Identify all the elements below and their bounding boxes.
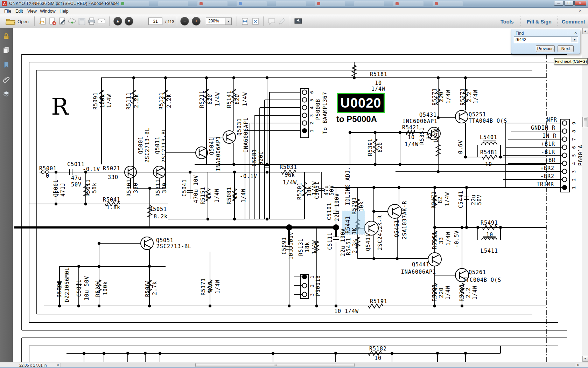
find-previous-button[interactable]: Previous bbox=[536, 45, 555, 52]
menu-window[interactable]: Window bbox=[38, 8, 57, 14]
pdf-page[interactable]: U0020 to P5000A RR5091100k1/4WR51112.2kR… bbox=[13, 28, 582, 362]
fit-page-icon[interactable] bbox=[251, 17, 260, 26]
menu-help[interactable]: Help bbox=[58, 8, 70, 14]
tab-icon bbox=[200, 2, 203, 5]
layers-icon[interactable] bbox=[2, 90, 10, 98]
tab-icon bbox=[435, 2, 438, 5]
fit-width-icon[interactable] bbox=[241, 17, 249, 26]
fullscreen-icon[interactable] bbox=[294, 17, 302, 26]
open-button[interactable]: Open bbox=[18, 19, 29, 24]
scroll-left-icon[interactable]: ◄ bbox=[56, 363, 59, 367]
separator bbox=[558, 16, 558, 26]
close-button[interactable]: ✕ bbox=[574, 1, 586, 6]
toolbar: Open ★ ▲ ▼ / bbox=[0, 14, 588, 28]
adobe-reader-icon: A bbox=[2, 1, 7, 6]
page-size-label: 22.05 x 17.01 in bbox=[19, 363, 47, 367]
find-search-input[interactable]: r6442 ▼ bbox=[514, 36, 578, 43]
menu-file[interactable]: File bbox=[3, 8, 13, 14]
comment-bubble-icon bbox=[267, 17, 276, 26]
window-title: ONKYO TX-NR636 SM.pdf (SECURED) - Adobe … bbox=[9, 1, 119, 6]
separator bbox=[109, 16, 110, 26]
next-page-button[interactable]: ▼ bbox=[125, 17, 133, 26]
zoom-in-button[interactable]: + bbox=[192, 17, 201, 26]
scroll-down-button[interactable]: ▼ bbox=[582, 356, 588, 362]
minimize-button[interactable]: — bbox=[554, 1, 564, 6]
zoom-out-button[interactable]: − bbox=[180, 17, 189, 26]
bookmarks-icon[interactable] bbox=[2, 61, 10, 69]
separator bbox=[177, 16, 177, 26]
find-next-button[interactable]: Next bbox=[558, 45, 574, 52]
background-tab bbox=[276, 1, 306, 6]
page-thumbnails-icon[interactable] bbox=[2, 46, 10, 54]
find-query-text: r6442 bbox=[516, 37, 526, 42]
menu-view[interactable]: View bbox=[26, 8, 38, 14]
find-close-icon[interactable]: ✕ bbox=[574, 31, 577, 35]
separator bbox=[290, 16, 290, 26]
sign-document-icon[interactable] bbox=[58, 17, 66, 26]
tab-icon bbox=[121, 2, 124, 5]
vertical-scrollbar[interactable]: ▲ ▼ bbox=[582, 28, 588, 362]
fill-sign-button[interactable]: Fill & Sign bbox=[527, 19, 552, 25]
background-tab bbox=[354, 1, 384, 6]
convert-pdf-icon[interactable]: ★ bbox=[48, 17, 57, 26]
page-total-label: / 113 bbox=[165, 19, 174, 24]
menu-bar: File Edit View Window Help ✕ bbox=[0, 8, 588, 14]
separator bbox=[237, 16, 237, 26]
tab-icon bbox=[317, 2, 320, 5]
attachments-paperclip-icon[interactable] bbox=[2, 76, 10, 83]
vertical-scrollbar-thumb[interactable] bbox=[582, 117, 588, 127]
email-icon[interactable] bbox=[97, 17, 106, 26]
zoom-dropdown-button[interactable]: ▼ bbox=[225, 18, 232, 25]
title-bar[interactable]: A ONKYO TX-NR636 SM.pdf (SECURED) - Adob… bbox=[0, 0, 588, 8]
menu-edit[interactable]: Edit bbox=[14, 8, 24, 14]
tools-button[interactable]: Tools bbox=[500, 19, 514, 25]
tab-icon bbox=[239, 2, 242, 5]
horizontal-scrollbar-thumb[interactable] bbox=[195, 363, 355, 367]
separator bbox=[34, 16, 35, 26]
page-number-input[interactable] bbox=[148, 18, 162, 25]
adobe-reader-window: A ONKYO TX-NR636 SM.pdf (SECURED) - Adob… bbox=[0, 0, 588, 368]
find-history-dropdown-icon[interactable]: ▼ bbox=[572, 37, 578, 42]
security-lock-icon[interactable] bbox=[2, 32, 10, 40]
open-folder-icon[interactable] bbox=[6, 17, 16, 26]
restore-button[interactable]: ❐ bbox=[564, 1, 574, 6]
find-next-tooltip: Find next (Ctrl+G) bbox=[554, 58, 588, 64]
cloud-upload-icon[interactable] bbox=[68, 17, 76, 26]
save-icon bbox=[78, 17, 86, 26]
tab-icon bbox=[396, 2, 399, 5]
schematic-wires bbox=[13, 28, 582, 362]
find-panel: Find ✕ r6442 ▼ Previous Next bbox=[511, 29, 580, 54]
previous-page-button[interactable]: ▲ bbox=[113, 17, 122, 26]
separator bbox=[520, 16, 520, 26]
separator bbox=[263, 16, 264, 26]
background-tab bbox=[158, 1, 188, 6]
navigation-sidebar bbox=[0, 28, 13, 362]
horizontal-scrollbar[interactable] bbox=[60, 363, 575, 367]
toolbar-close-icon[interactable]: ✕ bbox=[579, 9, 582, 13]
find-panel-title: Find bbox=[516, 31, 524, 36]
scroll-right-icon[interactable]: ► bbox=[577, 363, 580, 367]
print-icon[interactable] bbox=[88, 17, 96, 26]
status-bar: 22.05 x 17.01 in ◄ ► bbox=[0, 362, 588, 367]
annotate-pen-icon bbox=[278, 17, 286, 26]
scroll-up-button[interactable]: ▲ bbox=[582, 28, 588, 34]
zoom-level-input[interactable]: 200% bbox=[206, 18, 225, 25]
svg-text:★: ★ bbox=[53, 22, 55, 25]
previous-view-icon[interactable] bbox=[38, 17, 47, 26]
comment-button[interactable]: Comment bbox=[562, 19, 585, 25]
